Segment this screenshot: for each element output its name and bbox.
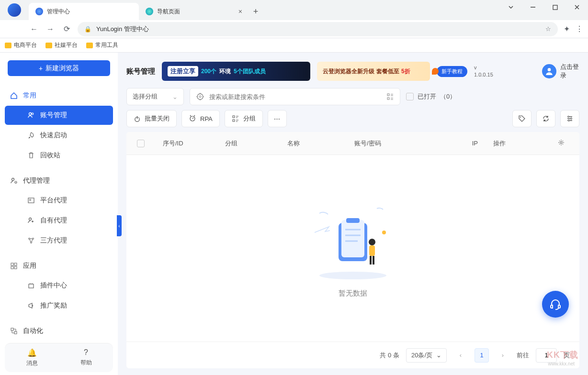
tutorial-label: 新手教程 (437, 66, 467, 77)
bell-icon: 🔔 (5, 348, 59, 357)
empty-text: 暂无数据 (339, 289, 367, 298)
col-group: 分组 (217, 139, 280, 148)
svg-point-30 (571, 118, 572, 120)
col-id: 序号/ID (155, 139, 217, 148)
section-label: 代理管理 (23, 176, 50, 185)
sidebar-item-promo[interactable]: 推广奖励 (5, 296, 113, 315)
sidebar-item-account[interactable]: 账号管理 (5, 106, 113, 125)
goto-label: 前往 (517, 351, 529, 360)
sidebar-item-plugins[interactable]: 插件中心 (5, 276, 113, 295)
svg-point-7 (30, 199, 31, 201)
data-table: 序号/ID 分组 名称 账号/密码 IP 操作 (126, 132, 579, 368)
sidebar-item-label: 快速启动 (40, 131, 67, 140)
svg-rect-12 (11, 263, 13, 265)
address-bar[interactable]: 🔒 YunLogin 管理中心 ☆ (78, 22, 558, 36)
tutorial-badge[interactable]: 新手教程 (437, 66, 467, 77)
list-toggle-icon[interactable] (386, 93, 394, 100)
floating-support-button[interactable] (542, 291, 569, 318)
promo-banner-register[interactable]: 注册立享 200个 环境 5个团队成员 (162, 62, 310, 81)
menu-icon[interactable]: ⋮ (576, 24, 583, 33)
browser-toolbar: ← → ⟳ 🔒 YunLogin 管理中心 ☆ ✦ ⋮ (0, 20, 588, 38)
tag-button[interactable] (512, 110, 531, 127)
sidebar-item-own-proxy[interactable]: 自有代理 (5, 211, 113, 230)
new-tab-button[interactable]: + (249, 3, 262, 20)
svg-point-44 (382, 231, 386, 234)
automation-icon (10, 327, 18, 335)
svg-rect-36 (346, 218, 360, 223)
checkbox-icon[interactable] (406, 93, 414, 100)
sidebar-item-platform-proxy[interactable]: 平台代理 (5, 191, 113, 210)
user-area[interactable]: 点击登录 (542, 63, 579, 80)
window-controls (500, 0, 588, 14)
sidebar-item-label: 平台代理 (40, 196, 67, 205)
search-input[interactable] (209, 93, 382, 100)
opened-label: 已打开 (418, 92, 436, 101)
sidebar-section-auto[interactable]: 自动化 (0, 322, 118, 340)
back-icon[interactable]: ← (29, 25, 39, 33)
settings-button[interactable] (560, 110, 579, 127)
new-browser-label: 新建浏览器 (45, 64, 79, 73)
star-icon[interactable]: ☆ (545, 25, 551, 33)
group-button[interactable]: 分组 (225, 110, 263, 127)
plus-icon: + (39, 65, 43, 72)
new-browser-button[interactable]: + 新建浏览器 (8, 60, 110, 76)
page-title: 账号管理 (126, 67, 155, 76)
avatar-icon (542, 64, 556, 78)
tab-nav[interactable]: 导航页面 × (139, 3, 249, 20)
batch-close-button[interactable]: 批量关闭 (126, 110, 177, 127)
svg-point-4 (12, 178, 14, 181)
search-box[interactable] (190, 88, 400, 105)
sidebar-collapse-handle[interactable]: ‹ (117, 215, 122, 236)
prev-page-button[interactable]: ‹ (453, 348, 468, 363)
opened-filter[interactable]: 已打开 （0） (406, 92, 456, 101)
sidebar-item-label: 回收站 (40, 151, 60, 160)
chevron-down-icon[interactable] (500, 0, 522, 14)
sidebar: + 新建浏览器 常用 账号管理 快速启动 回收站 (0, 53, 118, 375)
address-text: YunLogin 管理中心 (96, 25, 149, 33)
sidebar-item-third-proxy[interactable]: 三方代理 (5, 231, 113, 250)
tab-admin[interactable]: 管理中心 (29, 3, 139, 20)
extensions-icon[interactable]: ✦ (564, 24, 570, 33)
next-page-button[interactable]: › (496, 348, 510, 363)
svg-rect-18 (14, 331, 17, 334)
svg-rect-23 (387, 98, 389, 99)
svg-rect-15 (14, 266, 17, 269)
close-icon[interactable]: × (238, 8, 242, 15)
footer-messages[interactable]: 🔔 消息 (5, 343, 59, 372)
target-icon (196, 92, 204, 101)
group-select[interactable]: 选择分组 ⌄ (126, 88, 184, 105)
bookmark-item[interactable]: 常用工具 (86, 41, 118, 49)
promo-banner-upgrade[interactable]: 云登浏览器全新升级 套餐低至 5折 (317, 62, 430, 81)
reload-icon[interactable]: ⟳ (61, 24, 72, 33)
watermark-sub: www.kkx.net (548, 361, 575, 366)
sidebar-item-quickstart[interactable]: 快速启动 (5, 126, 113, 145)
total-text: 共 0 条 (380, 351, 399, 360)
more-button[interactable]: ⋯ (268, 110, 287, 127)
sidebar-section-common[interactable]: 常用 (0, 87, 118, 105)
sidebar-section-proxy[interactable]: 代理管理 (0, 172, 118, 190)
page-size-select[interactable]: 20条/页 ⌄ (406, 348, 447, 363)
select-all-checkbox[interactable] (137, 140, 145, 147)
forward-icon[interactable]: → (45, 25, 56, 33)
promo-count: 200个 (201, 67, 216, 76)
page-number[interactable]: 1 (475, 348, 489, 363)
promo-text: 套餐低至 (376, 67, 399, 76)
minimize-icon[interactable] (522, 0, 544, 14)
close-icon[interactable] (566, 0, 588, 14)
sidebar-item-recycle[interactable]: 回收站 (5, 146, 113, 165)
refresh-button[interactable] (536, 110, 555, 127)
table-header: 序号/ID 分组 名称 账号/密码 IP 操作 (126, 132, 579, 155)
maximize-icon[interactable] (544, 0, 566, 14)
sliders-icon (566, 115, 574, 122)
bookmark-item[interactable]: 电商平台 (5, 41, 37, 49)
grid-icon (10, 262, 18, 270)
sidebar-section-app[interactable]: 应用 (0, 257, 118, 275)
user-plus-icon (27, 217, 35, 224)
rpa-button[interactable]: RPA (181, 110, 220, 127)
col-settings[interactable] (533, 139, 579, 148)
headset-icon (549, 298, 562, 311)
promo-text: 环境 (219, 67, 231, 76)
bookmark-item[interactable]: 社媒平台 (45, 41, 78, 49)
megaphone-icon (27, 302, 35, 309)
footer-help[interactable]: ? 帮助 (59, 343, 113, 372)
